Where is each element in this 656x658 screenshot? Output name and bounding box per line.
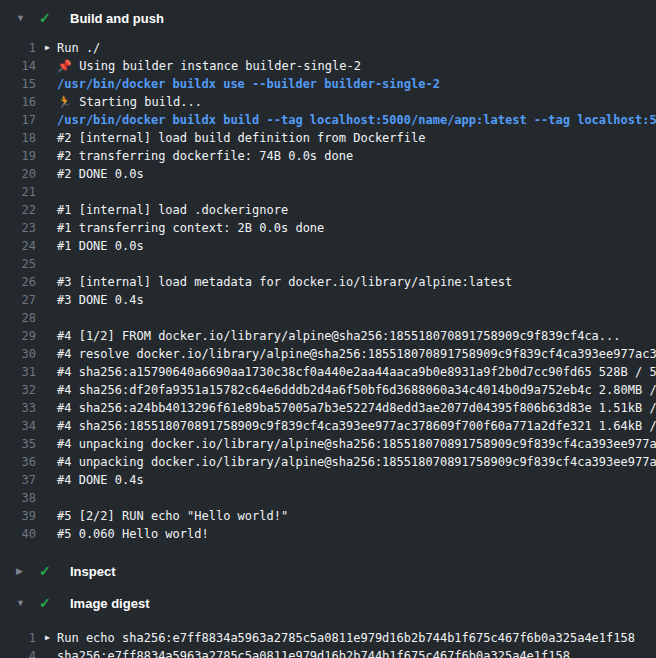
- line-number[interactable]: 4: [0, 647, 36, 658]
- line-text: #1 [internal] load .dockerignore: [57, 201, 288, 219]
- log-line: 28 ▶: [0, 309, 656, 327]
- section-title: Inspect: [70, 564, 116, 579]
- line-text: #5 0.060 Hello world!: [57, 525, 209, 543]
- line-number[interactable]: 24: [0, 237, 36, 255]
- log-line: 14 ▶ 📌 Using builder instance builder-si…: [0, 57, 656, 75]
- log-line: 34 ▶ #4 sha256:185518070891758909c9f839c…: [0, 417, 656, 435]
- section-header[interactable]: ▼ ✓ Build and push: [0, 0, 656, 36]
- line-text: sha256:e7ff8834a5963a2785c5a0811e979d16b…: [57, 647, 570, 658]
- log-line: 21 ▶: [0, 183, 656, 201]
- line-number[interactable]: 39: [0, 507, 36, 525]
- disclosure-triangle-icon[interactable]: ▼: [16, 599, 30, 608]
- log-line: 29 ▶ #4 [1/2] FROM docker.io/library/alp…: [0, 327, 656, 345]
- line-number[interactable]: 37: [0, 471, 36, 489]
- run-toggle-icon[interactable]: ▶: [36, 629, 57, 647]
- line-text: 📌 Using builder instance builder-single-…: [57, 57, 361, 75]
- line-number[interactable]: 28: [0, 309, 36, 327]
- log-line: 40 ▶ #5 0.060 Hello world!: [0, 525, 656, 543]
- log-line: 32 ▶ #4 sha256:df20fa9351a15782c64e6dddb…: [0, 381, 656, 399]
- line-text: #3 DONE 0.4s: [57, 291, 144, 309]
- log-line: 15 ▶ /usr/bin/docker buildx use --builde…: [0, 75, 656, 93]
- log-line: 30 ▶ #4 resolve docker.io/library/alpine…: [0, 345, 656, 363]
- line-text: #5 [2/2] RUN echo "Hello world!": [57, 507, 288, 525]
- line-number[interactable]: 29: [0, 327, 36, 345]
- line-text: 🏃 Starting build...: [57, 93, 202, 111]
- log-line: 35 ▶ #4 unpacking docker.io/library/alpi…: [0, 435, 656, 453]
- log-line: 17 ▶ /usr/bin/docker buildx build --tag …: [0, 111, 656, 129]
- log-line: 18 ▶ #2 [internal] load build definition…: [0, 129, 656, 147]
- log-line: 19 ▶ #2 transferring dockerfile: 74B 0.0…: [0, 147, 656, 165]
- line-number[interactable]: 19: [0, 147, 36, 165]
- log-line: 23 ▶ #1 transferring context: 2B 0.0s do…: [0, 219, 656, 237]
- section-title: Image digest: [70, 596, 149, 611]
- line-text: #1 DONE 0.0s: [57, 237, 144, 255]
- log-line: 25 ▶: [0, 255, 656, 273]
- line-text: /usr/bin/docker buildx use --builder bui…: [57, 75, 440, 93]
- section-header[interactable]: ▼ ✓ Image digest: [0, 587, 656, 619]
- line-text: #2 [internal] load build definition from…: [57, 129, 425, 147]
- line-number[interactable]: 36: [0, 453, 36, 471]
- line-number[interactable]: 27: [0, 291, 36, 309]
- section-title: Build and push: [70, 11, 164, 26]
- section-build-and-push: ▼ ✓ Build and push 1 ▶ Run ./ 14 ▶ 📌 Usi…: [0, 0, 656, 555]
- log-line: 27 ▶ #3 DONE 0.4s: [0, 291, 656, 309]
- line-number[interactable]: 17: [0, 111, 36, 129]
- line-number[interactable]: 32: [0, 381, 36, 399]
- check-icon: ✓: [39, 11, 57, 25]
- line-number[interactable]: 16: [0, 93, 36, 111]
- log-line: 26 ▶ #3 [internal] load metadata for doc…: [0, 273, 656, 291]
- line-number[interactable]: 26: [0, 273, 36, 291]
- line-number[interactable]: 25: [0, 255, 36, 273]
- log-line: 1 ▶ Run echo sha256:e7ff8834a5963a2785c5…: [0, 629, 656, 647]
- section-image-digest: ▼ ✓ Image digest 1 ▶ Run echo sha256:e7f…: [0, 587, 656, 658]
- line-text: Run ./: [57, 39, 100, 57]
- log-line: 4 ▶ sha256:e7ff8834a5963a2785c5a0811e979…: [0, 647, 656, 658]
- log-line: 37 ▶ #4 DONE 0.4s: [0, 471, 656, 489]
- disclosure-triangle-icon[interactable]: ▼: [16, 14, 30, 23]
- log-line: 16 ▶ 🏃 Starting build...: [0, 93, 656, 111]
- line-text: #4 sha256:df20fa9351a15782c64e6dddb2d4a6…: [57, 381, 656, 399]
- log-line: 24 ▶ #1 DONE 0.0s: [0, 237, 656, 255]
- line-number[interactable]: 38: [0, 489, 36, 507]
- section-inspect: ▶ ✓ Inspect: [0, 555, 656, 587]
- line-number[interactable]: 14: [0, 57, 36, 75]
- line-text: #4 sha256:185518070891758909c9f839cf4ca3…: [57, 417, 656, 435]
- line-text: #3 [internal] load metadata for docker.i…: [57, 273, 512, 291]
- line-number[interactable]: 23: [0, 219, 36, 237]
- line-number[interactable]: 1: [0, 629, 36, 647]
- line-number[interactable]: 40: [0, 525, 36, 543]
- line-number[interactable]: 35: [0, 435, 36, 453]
- line-number[interactable]: 33: [0, 399, 36, 417]
- log-line: 20 ▶ #2 DONE 0.0s: [0, 165, 656, 183]
- line-number[interactable]: 30: [0, 345, 36, 363]
- run-toggle-icon[interactable]: ▶: [36, 39, 57, 57]
- log-line: 1 ▶ Run ./: [0, 39, 656, 57]
- line-text: #4 unpacking docker.io/library/alpine@sh…: [57, 435, 656, 453]
- line-number[interactable]: 31: [0, 363, 36, 381]
- line-number[interactable]: 20: [0, 165, 36, 183]
- log-line: 39 ▶ #5 [2/2] RUN echo "Hello world!": [0, 507, 656, 525]
- log-line: 36 ▶ #4 unpacking docker.io/library/alpi…: [0, 453, 656, 471]
- line-number[interactable]: 34: [0, 417, 36, 435]
- log-line: 22 ▶ #1 [internal] load .dockerignore: [0, 201, 656, 219]
- log-line: 38 ▶: [0, 489, 656, 507]
- line-text: Run echo sha256:e7ff8834a5963a2785c5a081…: [57, 629, 635, 647]
- line-number[interactable]: 21: [0, 183, 36, 201]
- log-line: 31 ▶ #4 sha256:a15790640a6690aa1730c38cf…: [0, 363, 656, 381]
- line-text: #2 DONE 0.0s: [57, 165, 144, 183]
- disclosure-triangle-icon[interactable]: ▶: [16, 567, 30, 576]
- line-number[interactable]: 18: [0, 129, 36, 147]
- check-icon: ✓: [39, 596, 57, 610]
- log-block: 1 ▶ Run echo sha256:e7ff8834a5963a2785c5…: [0, 619, 656, 658]
- line-number[interactable]: 15: [0, 75, 36, 93]
- line-text: #4 sha256:a24bb4013296f61e89ba57005a7b3e…: [57, 399, 656, 417]
- line-text: #1 transferring context: 2B 0.0s done: [57, 219, 324, 237]
- line-text: #4 [1/2] FROM docker.io/library/alpine@s…: [57, 327, 621, 345]
- section-header[interactable]: ▶ ✓ Inspect: [0, 555, 656, 587]
- line-text: #4 resolve docker.io/library/alpine@sha2…: [57, 345, 656, 363]
- line-number[interactable]: 22: [0, 201, 36, 219]
- line-text: #4 sha256:a15790640a6690aa1730c38cf0a440…: [57, 363, 656, 381]
- log-block: 1 ▶ Run ./ 14 ▶ 📌 Using builder instance…: [0, 36, 656, 555]
- line-number[interactable]: 1: [0, 39, 36, 57]
- line-text: #4 DONE 0.4s: [57, 471, 144, 489]
